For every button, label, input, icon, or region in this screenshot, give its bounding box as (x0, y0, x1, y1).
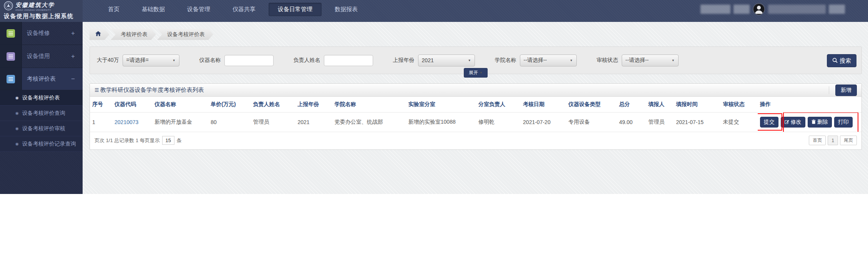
breadcrumb-item-assessment-forms[interactable]: 考核评价表 (111, 29, 156, 40)
last-page-button[interactable]: 尾页 (840, 136, 857, 145)
col-header-unit-price: 单价(万元) (208, 97, 251, 113)
review-status-select[interactable]: --请选择-- ▼ (622, 55, 679, 66)
cell-responsible-person: 管理员 (251, 113, 295, 132)
sidebar: 设备维修 + 设备借用 + 考核评价表 − (0, 22, 83, 194)
cell-fill-time: 2021-07-15 (674, 113, 720, 132)
nav-item-data-reports[interactable]: 数据报表 (325, 3, 367, 16)
first-page-button[interactable]: 首页 (809, 136, 826, 145)
nav-item-equipment-mgmt[interactable]: 设备管理 (178, 3, 219, 16)
sidebar-group-equipment-borrow[interactable]: 设备借用 + (0, 45, 83, 68)
select-value: --请选择-- (524, 57, 547, 64)
nav-item-instrument-sharing[interactable]: 仪器共享 (223, 3, 265, 16)
breadcrumb: 考核评价表 设备考核评价表 (90, 29, 862, 40)
sidebar-item-label: 设备考核评价表 (22, 94, 60, 101)
sidebar-item-assessment-query[interactable]: ◉ 设备考核评价查询 (0, 106, 83, 121)
sidebar-submenu: ◉ 设备考核评价表 ◉ 设备考核评价查询 ◉ 设备考核评价审核 ◉ 设备考核评价… (0, 90, 83, 152)
user-info-redacted[interactable] (700, 3, 845, 15)
cell-filler: 管理员 (646, 113, 674, 132)
breadcrumb-home[interactable] (90, 29, 110, 40)
select-value: 2021 (422, 57, 434, 63)
col-header-assessment-date: 考核日期 (521, 97, 566, 113)
sidebar-item-assessment-form-active[interactable]: ◉ 设备考核评价表 (0, 90, 83, 106)
sidebar-group-assessment-forms[interactable]: 考核评价表 − (0, 68, 83, 90)
edit-button[interactable]: 修改 (781, 117, 805, 128)
chevron-down-icon: ▼ (570, 59, 573, 62)
cell-lab-room: 新增的实验室10088 (406, 113, 476, 132)
cell-unit-price: 80 (208, 113, 251, 132)
search-icon (832, 58, 838, 64)
content-area: 考核评价表 设备考核评价表 大于40万 =请选择= ▼ 仪器名称 负责人姓名 上… (83, 22, 868, 194)
breadcrumb-item-equipment-assessment-form[interactable]: 设备考核评价表 (157, 29, 213, 40)
print-button[interactable]: 打印 (834, 117, 853, 128)
sidebar-group-label: 设备借用 (27, 53, 71, 60)
expand-filters-button[interactable]: 展开 ▼ (464, 68, 488, 78)
list-icon: ☰ (95, 87, 99, 93)
college-name-select[interactable]: --请选择-- ▼ (520, 55, 577, 66)
col-header-college-name: 学院名称 (332, 97, 406, 113)
cell-review-status: 未提交 (721, 113, 758, 132)
university-crest-icon (4, 1, 13, 12)
expand-button-label: 展开 (469, 70, 478, 76)
filter-label-responsible-person: 负责人姓名 (294, 57, 320, 64)
filter-label-report-year: 上报年份 (393, 57, 415, 64)
university-name-en: ANHUI JIANZHU UNIVERSITY (15, 9, 55, 11)
cell-assessment-date: 2021-07-20 (521, 113, 566, 132)
sidebar-group-equipment-repair[interactable]: 设备维修 + (0, 22, 83, 45)
sidebar-group-label: 设备维修 (27, 30, 71, 37)
col-header-index: 序号 (90, 97, 112, 113)
cell-equipment-type: 专用设备 (566, 113, 617, 132)
page-number-button[interactable]: 1 (828, 136, 838, 145)
user-avatar[interactable] (753, 3, 765, 15)
col-header-review-status: 审核状态 (721, 97, 758, 113)
divider (829, 86, 829, 94)
expand-plus-icon: + (71, 53, 75, 60)
responsible-person-input[interactable] (324, 55, 373, 66)
col-header-lab-room: 实验室分室 (406, 97, 476, 113)
sidebar-item-label: 设备考核评价查询 (22, 110, 65, 117)
home-icon (95, 31, 101, 38)
chevron-down-icon: ▼ (672, 59, 675, 62)
delete-button[interactable]: 删除 (808, 117, 832, 128)
bullet-icon: ◉ (15, 126, 19, 131)
report-year-select[interactable]: 2021 ▼ (418, 55, 475, 66)
bullet-icon: ◉ (15, 111, 19, 115)
nav-item-home[interactable]: 首页 (99, 3, 129, 16)
over-400k-select[interactable]: =请选择= ▼ (123, 55, 179, 66)
redacted-block (734, 5, 750, 14)
sidebar-item-assessment-review[interactable]: ◉ 设备考核评价审核 (0, 121, 83, 136)
select-value: =请选择= (126, 57, 149, 64)
panel-title-text: 教学科研仪器设备学年度考核评价表列表 (100, 86, 204, 94)
col-header-filler: 填报人 (646, 97, 674, 113)
panel-header: ☰ 教学科研仪器设备学年度考核评价表列表 新增 (90, 84, 861, 97)
table-header-row: 序号 仪器代码 仪器名称 单价(万元) 负责人姓名 上报年份 学院名称 实验室分… (90, 97, 861, 113)
instrument-name-input[interactable] (224, 55, 274, 66)
col-header-responsible-person: 负责人姓名 (251, 97, 295, 113)
app-header: 安徽建筑大学 ANHUI JIANZHU UNIVERSITY 设备使用与数据上… (0, 0, 868, 22)
top-nav: 首页 基础数据 设备管理 仪器共享 设备日常管理 数据报表 (99, 0, 367, 22)
pagination-unit: 条 (177, 137, 182, 144)
search-button[interactable]: 搜索 (827, 54, 856, 67)
row-actions: 提交 修改 (760, 117, 859, 128)
col-header-total-score: 总分 (617, 97, 646, 113)
add-new-button[interactable]: 新增 (835, 84, 857, 96)
redacted-block (700, 5, 730, 14)
filter-panel: 大于40万 =请选择= ▼ 仪器名称 负责人姓名 上报年份 2021 ▼ (90, 46, 862, 74)
nav-item-basic-data[interactable]: 基础数据 (133, 3, 174, 16)
sidebar-item-assessment-record-query[interactable]: ◉ 设备考核评价记录查询 (0, 136, 83, 152)
redacted-block (768, 5, 826, 14)
submit-button[interactable]: 提交 (760, 117, 778, 128)
sidebar-item-label: 设备考核评价审核 (22, 125, 65, 132)
university-name: 安徽建筑大学 (15, 2, 55, 8)
nav-item-daily-mgmt-active[interactable]: 设备日常管理 (269, 3, 322, 16)
col-header-instrument-code: 仪器代码 (112, 97, 152, 113)
edit-icon (785, 119, 789, 125)
assessment-table-panel: ☰ 教学科研仪器设备学年度考核评价表列表 新增 序号 仪器代码 (90, 83, 862, 150)
pagination-bar: 页次 1/1 总记录数 1 每页显示 条 首页 1 尾页 (90, 132, 861, 149)
col-header-instrument-name: 仪器名称 (152, 97, 208, 113)
page-size-input[interactable] (162, 136, 174, 145)
instrument-code-link[interactable]: 20210073 (115, 119, 138, 125)
col-header-equipment-type: 仪器设备类型 (566, 97, 617, 113)
table-row: 1 20210073 新增的开放基金 80 管理员 2021 党委办公室、统战部… (90, 113, 861, 132)
filter-label-over-400k: 大于40万 (97, 57, 119, 64)
assessment-table: 序号 仪器代码 仪器名称 单价(万元) 负责人姓名 上报年份 学院名称 实验室分… (90, 97, 861, 132)
